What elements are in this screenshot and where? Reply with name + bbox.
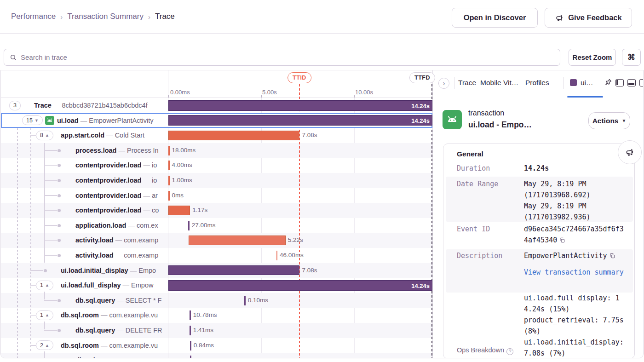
actions-button[interactable]: Actions ▼ [588, 112, 630, 129]
row-tree-cell: contentprovider.load — io [1, 158, 168, 173]
span-dot [58, 149, 61, 152]
span-description: — EmpowerPlantActivity [79, 117, 154, 124]
span-description: — com.examp [114, 236, 159, 244]
span-duration-label: 0ms [172, 188, 184, 203]
span-description: — com.examp [114, 252, 159, 259]
trace-row-contentprovider.load[interactable]: contentprovider.load — co1.17s [1, 203, 432, 218]
view-transaction-summary-link[interactable]: View transaction summary [524, 268, 624, 276]
span-duration-bar[interactable] [190, 356, 191, 358]
span-duration-bar[interactable] [190, 326, 191, 335]
span-duration-label: 18.00ms [172, 143, 196, 158]
span-count-badge[interactable]: 1▲ [36, 281, 53, 290]
span-duration-bar[interactable] [244, 296, 246, 305]
row-timeline-cell: 14.24s [168, 98, 432, 113]
collapse-panel-icon[interactable]: › [438, 78, 449, 89]
span-duration-bar[interactable] [190, 341, 191, 351]
span-duration-bar[interactable] [168, 146, 170, 155]
span-count-badge[interactable]: 15▼ [22, 115, 43, 125]
trace-row-db.sql.room[interactable]: 1▲db.sql.room — com.example.vu10.78ms [1, 308, 432, 323]
span-duration-bar[interactable] [168, 176, 170, 185]
help-icon[interactable]: ? [506, 348, 513, 355]
span-label: db.sql.room — com.example.vu [61, 308, 158, 323]
span-count: 8 [40, 132, 43, 138]
trace-row-contentprovider.load[interactable]: contentprovider.load — io4.00ms [1, 158, 432, 173]
span-dot [58, 224, 61, 227]
tab-trace[interactable]: Trace [458, 79, 476, 87]
copy-icon[interactable] [609, 251, 615, 262]
span-label: app.start.cold — Cold Start [61, 128, 144, 143]
pin-tab-icon[interactable] [604, 78, 613, 88]
row-timeline-cell: 1.00ms [168, 173, 432, 188]
row-tree-cell: process.load — Process In [1, 143, 168, 158]
open-in-discover-button[interactable]: Open in Discover [452, 8, 538, 28]
span-duration-bar[interactable] [168, 161, 170, 170]
trace-row-app.start.cold[interactable]: 8▲app.start.cold — Cold Start7.08s [1, 128, 432, 143]
span-label: contentprovider.load — co [75, 203, 159, 218]
shortcuts-button[interactable]: ⌘ [622, 49, 641, 66]
span-duration-bar[interactable] [189, 236, 285, 245]
tab-mobile-vit-[interactable]: Mobile Vit… [480, 79, 518, 87]
trace-row-activity.load[interactable]: activity.load — com.examp46.00ms [1, 248, 432, 263]
trace-row-db.sql.query[interactable]: db.sql.query — SELECT * F0.10ms [1, 293, 432, 308]
span-duration-bar[interactable]: 14.24s [168, 280, 432, 291]
span-duration-bar[interactable] [168, 131, 299, 140]
tree-connector [44, 165, 57, 166]
trace-row-ui.load[interactable]: 15▼ui.load — EmpowerPlantActivity14.24s [1, 113, 432, 128]
span-count-badge[interactable]: 2▲ [36, 340, 53, 350]
span-count-badge[interactable]: 3 [9, 101, 21, 110]
span-duration-label: 10.78ms [193, 308, 217, 323]
tab-active-span[interactable]: ui… [570, 79, 593, 87]
dock-bottom-icon[interactable] [627, 79, 636, 86]
span-duration-bar[interactable] [276, 251, 278, 260]
span-color-swatch [570, 79, 577, 86]
span-dot [58, 164, 61, 167]
span-duration-bar[interactable] [168, 206, 190, 215]
span-duration-label: 46.00ms [280, 248, 304, 263]
command-icon: ⌘ [627, 52, 635, 62]
general-title: General [457, 150, 483, 158]
trace-row-db.sql.query[interactable]: db.sql.query — INSERT OR0.70ms [1, 353, 432, 358]
span-duration-bar[interactable]: 14.24s [168, 100, 432, 111]
span-duration-bar[interactable] [190, 310, 191, 320]
search-input[interactable] [21, 53, 560, 61]
breadcrumb-transaction-summary[interactable]: Transaction Summary [67, 12, 144, 21]
feedback-float-button[interactable] [618, 140, 642, 164]
dock-left-icon[interactable] [615, 79, 624, 86]
span-count-badge[interactable]: 8▲ [36, 131, 53, 140]
span-duration-bar[interactable]: 14.24s [168, 115, 432, 126]
row-timeline-cell: 46.00ms [168, 248, 432, 263]
tab-profiles[interactable]: Profiles [525, 79, 549, 87]
trace-row-process.load[interactable]: process.load — Process In18.00ms [1, 143, 432, 158]
trace-row-ui.load.full_display[interactable]: 1▲ui.load.full_display — Empow14.24s [1, 278, 432, 293]
trace-row-activity.load[interactable]: activity.load — com.examp5.22s [1, 233, 432, 248]
trace-row-db.sql.room[interactable]: 2▲db.sql.room — com.example.vu0.84ms [1, 338, 432, 353]
row-timeline-cell: 10.78ms [168, 308, 432, 323]
reset-zoom-button[interactable]: Reset Zoom [569, 49, 616, 66]
span-duration-bar[interactable] [168, 191, 170, 201]
trace-row-Trace[interactable]: 3Trace — 8cbbcd38721b415ab6cbdc4f14.24s [1, 98, 432, 113]
copy-icon[interactable] [559, 236, 565, 247]
span-duration-label: 1.17s [192, 203, 207, 218]
tab-divider [454, 77, 454, 89]
breadcrumb-performance[interactable]: Performance [11, 12, 56, 21]
give-feedback-button[interactable]: Give Feedback [545, 8, 632, 28]
span-dot [58, 209, 61, 212]
ops-breakdown-value: ui.load.full_display: 14.24s (15%)produc… [524, 293, 624, 358]
span-duration-bar[interactable] [168, 265, 299, 275]
active-tab-underline [567, 96, 603, 98]
trace-row-contentprovider.load[interactable]: contentprovider.load — ar0ms [1, 188, 432, 203]
trace-row-ui.load.initial_display[interactable]: ui.load.initial_display — Empo7.08s [1, 263, 432, 278]
ttid-badge[interactable]: TTID [288, 72, 311, 83]
trace-row-contentprovider.load[interactable]: contentprovider.load — io1.00ms [1, 173, 432, 188]
dock-right-icon[interactable] [639, 79, 644, 86]
span-count-badge[interactable]: 1▲ [36, 310, 53, 320]
tree-connector [44, 255, 57, 256]
tree-connector [30, 270, 43, 271]
span-duration-bar[interactable] [188, 221, 190, 230]
span-label: db.sql.room — com.example.vu [61, 338, 158, 353]
span-label: process.load — Process In [75, 143, 159, 158]
trace-row-application.load[interactable]: application.load — com.ex27.00ms [1, 218, 432, 233]
trace-row-db.sql.query[interactable]: db.sql.query — DELETE FR1.41ms [1, 323, 432, 338]
tree-guide-line [44, 143, 45, 263]
ttfd-badge[interactable]: TTFD [409, 72, 435, 83]
